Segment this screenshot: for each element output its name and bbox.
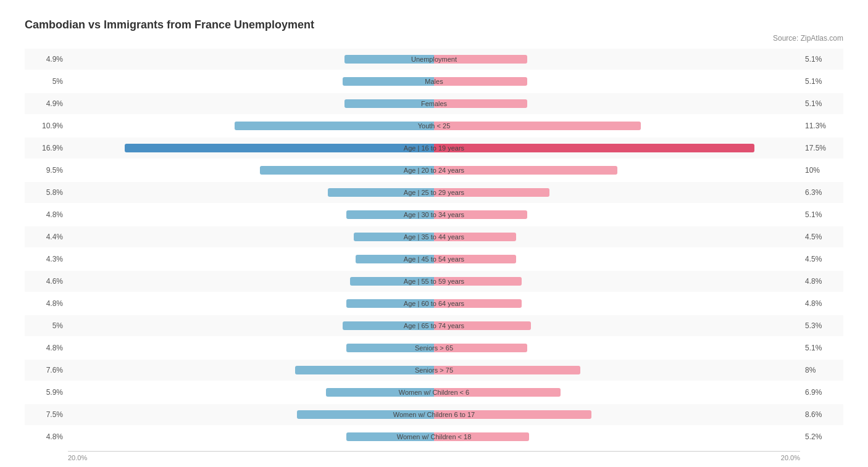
chart-row: 5% Males 5.1% [25, 71, 843, 92]
left-value: 4.9% [25, 99, 68, 108]
right-value: 5.3% [800, 321, 843, 330]
chart-container: Cambodian vs Immigrants from France Unem… [12, 12, 856, 467]
axis-line: 20.0% 20.0% [68, 451, 800, 461]
left-value: 7.6% [25, 366, 68, 374]
left-value: 4.3% [25, 255, 68, 263]
left-value: 5% [25, 321, 68, 330]
left-value: 5% [25, 77, 68, 86]
left-value: 10.9% [25, 122, 68, 130]
right-value: 6.3% [800, 188, 843, 197]
right-value: 6.9% [800, 388, 843, 397]
chart-row: 9.5% Age | 20 to 24 years 10% [25, 160, 843, 181]
right-value: 4.5% [800, 255, 843, 263]
left-value: 9.5% [25, 166, 68, 175]
chart-row: 4.3% Age | 45 to 54 years 4.5% [25, 249, 843, 270]
right-value: 8.6% [800, 410, 843, 419]
left-value: 4.8% [25, 344, 68, 352]
right-value: 5.1% [800, 77, 843, 86]
right-value: 4.8% [800, 299, 843, 308]
chart-row: 4.8% Age | 60 to 64 years 4.8% [25, 293, 843, 314]
right-value: 5.2% [800, 432, 843, 441]
right-value: 5.1% [800, 344, 843, 352]
chart-row: 4.6% Age | 55 to 59 years 4.8% [25, 271, 843, 292]
chart-row: 4.9% Unemployment 5.1% [25, 49, 843, 70]
right-value: 5.1% [800, 210, 843, 219]
chart-row: 7.6% Seniors > 75 8% [25, 360, 843, 381]
chart-title: Cambodian vs Immigrants from France Unem… [25, 19, 843, 31]
left-value: 5.9% [25, 388, 68, 397]
chart-row: 5.9% Women w/ Children < 6 6.9% [25, 382, 843, 403]
axis-row: 20.0% 20.0% [25, 451, 843, 461]
chart-row: 4.9% Females 5.1% [25, 93, 843, 114]
right-value: 5.1% [800, 99, 843, 108]
chart-row: 4.8% Age | 30 to 34 years 5.1% [25, 204, 843, 225]
chart-row: 16.9% Age | 16 to 19 years 17.5% [25, 138, 843, 159]
left-value: 4.8% [25, 299, 68, 308]
right-value: 8% [800, 366, 843, 374]
left-value: 16.9% [25, 144, 68, 152]
chart-area: 4.9% Unemployment 5.1% 5% Males 5.1% 4.9… [25, 49, 843, 447]
right-value: 10% [800, 166, 843, 175]
right-value: 4.5% [800, 233, 843, 241]
right-value: 4.8% [800, 277, 843, 286]
right-value: 17.5% [800, 144, 843, 152]
left-value: 4.8% [25, 432, 68, 441]
chart-row: 4.8% Seniors > 65 5.1% [25, 337, 843, 358]
left-value: 4.4% [25, 233, 68, 241]
axis-right: 20.0% [781, 454, 800, 461]
left-value: 4.9% [25, 55, 68, 64]
left-value: 4.8% [25, 210, 68, 219]
axis-left: 20.0% [68, 454, 87, 461]
left-value: 4.6% [25, 277, 68, 286]
chart-row: 5.8% Age | 25 to 29 years 6.3% [25, 182, 843, 203]
right-value: 11.3% [800, 122, 843, 130]
chart-row: 7.5% Women w/ Children 6 to 17 8.6% [25, 404, 843, 425]
chart-row: 4.8% Women w/ Children < 18 5.2% [25, 426, 843, 447]
chart-row: 10.9% Youth < 25 11.3% [25, 115, 843, 136]
chart-row: 5% Age | 65 to 74 years 5.3% [25, 315, 843, 336]
right-value: 5.1% [800, 55, 843, 64]
left-value: 7.5% [25, 410, 68, 419]
chart-row: 4.4% Age | 35 to 44 years 4.5% [25, 226, 843, 247]
left-value: 5.8% [25, 188, 68, 197]
source-label: Source: ZipAtlas.com [25, 34, 843, 43]
